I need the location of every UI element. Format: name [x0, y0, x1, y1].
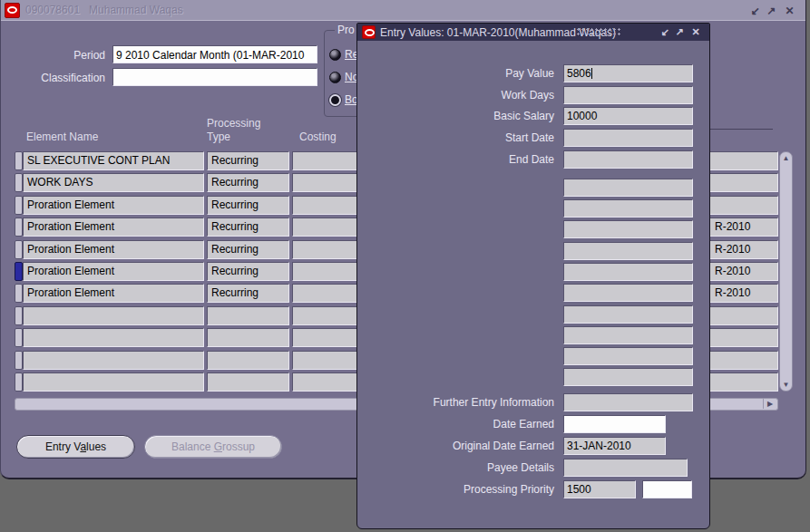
processing-type-group-label: Pro	[335, 24, 357, 36]
processing-type-cell[interactable]	[207, 306, 289, 325]
work-days-field[interactable]	[563, 86, 693, 104]
costing-cell[interactable]	[292, 173, 359, 192]
classification-field[interactable]	[112, 68, 317, 86]
processing-type-cell[interactable]	[207, 351, 289, 370]
processing-priority-extra-field[interactable]	[642, 480, 692, 498]
entry-value-field[interactable]	[563, 305, 693, 324]
element-name-cell[interactable]: Proration Element	[23, 284, 204, 303]
row-selector[interactable]	[15, 306, 23, 325]
basic-salary-label: Basic Salary	[357, 107, 554, 125]
column-header-processing: Processing	[207, 117, 260, 130]
processing-type-cell[interactable]: Recurring	[207, 196, 289, 215]
costing-cell[interactable]	[292, 240, 359, 259]
element-name-cell[interactable]: Proration Element	[23, 240, 204, 259]
text-caret	[591, 68, 592, 79]
element-name-cell[interactable]: SL EXECUTIVE CONT PLAN	[23, 151, 204, 170]
costing-cell[interactable]	[292, 196, 359, 215]
window-close-button[interactable]: ✕	[783, 5, 796, 17]
original-date-earned-label: Original Date Earned	[357, 437, 554, 455]
pay-value-field[interactable]: 5806	[563, 64, 693, 82]
radio-button-icon	[329, 49, 341, 61]
processing-type-cell[interactable]: Recurring	[207, 173, 289, 192]
original-date-earned-field[interactable]: 31-JAN-2010	[563, 437, 666, 455]
dialog-maximize-button[interactable]: ↗	[673, 25, 686, 39]
element-name-cell[interactable]	[23, 372, 204, 392]
costing-cell[interactable]	[292, 351, 359, 370]
column-header-costing: Costing	[299, 131, 337, 143]
row-selector[interactable]	[15, 284, 23, 303]
processing-type-cell[interactable]: Recurring	[207, 284, 289, 303]
scroll-right-icon[interactable]: ▶	[763, 399, 776, 409]
date-earned-field[interactable]	[563, 415, 666, 433]
costing-cell[interactable]	[292, 262, 359, 281]
entry-value-field[interactable]	[563, 242, 693, 260]
costing-cell[interactable]	[292, 218, 359, 237]
entry-value-field[interactable]	[563, 326, 693, 344]
processing-type-cell[interactable]: Recurring	[207, 240, 289, 259]
period-field[interactable]: 9 2010 Calendar Month (01-MAR-2010	[112, 45, 317, 63]
radio-button-selected-icon	[329, 94, 341, 106]
entry-value-field[interactable]	[563, 179, 693, 197]
costing-cell[interactable]	[292, 284, 359, 303]
dialog-close-button[interactable]: ✕	[689, 25, 702, 39]
row-selector[interactable]	[15, 328, 23, 347]
entry-value-field[interactable]	[563, 368, 693, 386]
costing-cell[interactable]	[292, 328, 359, 347]
vertical-scrollbar[interactable]: ▲ ▼	[779, 151, 793, 392]
oracle-logo-icon	[5, 3, 20, 18]
processing-priority-field[interactable]: 1500	[563, 480, 636, 498]
entry-value-field[interactable]	[563, 284, 693, 302]
processing-type-cell[interactable]: Recurring	[207, 218, 289, 237]
element-name-cell[interactable]	[23, 351, 204, 370]
start-date-field[interactable]	[563, 129, 693, 147]
entry-value-field[interactable]	[563, 347, 693, 365]
costing-cell[interactable]	[292, 306, 359, 325]
processing-priority-label: Processing Priority	[357, 480, 554, 498]
entry-values-button[interactable]: Entry Values	[16, 435, 135, 459]
element-name-cell[interactable]: WORK DAYS	[23, 173, 204, 192]
dialog-titlebar[interactable]: Entry Values: 01-MAR-2010(Muhammad Waqas…	[357, 24, 709, 41]
window-maximize-button[interactable]: ↗	[765, 5, 778, 17]
oracle-logo-icon	[362, 25, 376, 39]
period-label: Period	[1, 49, 105, 62]
costing-cell[interactable]	[292, 372, 359, 392]
row-selector[interactable]	[15, 151, 23, 170]
entry-value-field[interactable]	[563, 199, 693, 218]
basic-salary-field[interactable]: 10000	[563, 107, 693, 125]
window-minimize-button[interactable]: ↙	[748, 5, 762, 17]
row-selector[interactable]	[15, 173, 23, 192]
scroll-down-icon[interactable]: ▼	[780, 381, 792, 389]
entry-value-field[interactable]	[563, 220, 693, 238]
row-selector[interactable]	[15, 240, 23, 259]
row-selector[interactable]	[15, 351, 23, 370]
end-date-label: End Date	[357, 150, 554, 169]
current-row-selector[interactable]	[15, 262, 23, 281]
element-name-cell[interactable]: Proration Element	[23, 218, 204, 237]
dialog-minimize-button[interactable]: ↙	[659, 25, 671, 39]
payee-details-field[interactable]	[563, 459, 688, 477]
element-name-cell[interactable]	[23, 306, 204, 325]
balance-grossup-button: Balance Grossup	[144, 435, 282, 459]
processing-type-cell[interactable]: Recurring	[207, 151, 289, 170]
element-name-cell[interactable]	[23, 328, 204, 347]
start-date-label: Start Date	[357, 129, 554, 147]
further-entry-information-field[interactable]	[563, 393, 693, 411]
processing-type-cell[interactable]	[207, 372, 289, 392]
element-name-cell[interactable]: Proration Element	[23, 262, 204, 281]
column-header-element-name: Element Name	[26, 131, 98, 143]
scroll-up-icon[interactable]: ▲	[780, 154, 792, 162]
end-date-field[interactable]	[563, 150, 693, 169]
row-selector[interactable]	[15, 196, 23, 215]
element-name-cell[interactable]: Proration Element	[23, 196, 204, 215]
row-selector[interactable]	[15, 218, 23, 237]
entry-value-field[interactable]	[563, 263, 693, 281]
costing-cell[interactable]	[292, 151, 359, 170]
titlebar-grip-texture	[576, 27, 621, 37]
row-selector[interactable]	[15, 372, 23, 392]
radio-button-icon	[329, 72, 341, 83]
work-days-label: Work Days	[357, 86, 554, 104]
further-entry-information-label: Further Entry Information	[357, 393, 554, 411]
processing-type-cell[interactable]: Recurring	[207, 262, 289, 281]
processing-type-cell[interactable]	[207, 328, 289, 347]
main-window-titlebar[interactable]: 090078601 Muhammad Waqas ↙ ↗ ✕	[1, 0, 805, 21]
